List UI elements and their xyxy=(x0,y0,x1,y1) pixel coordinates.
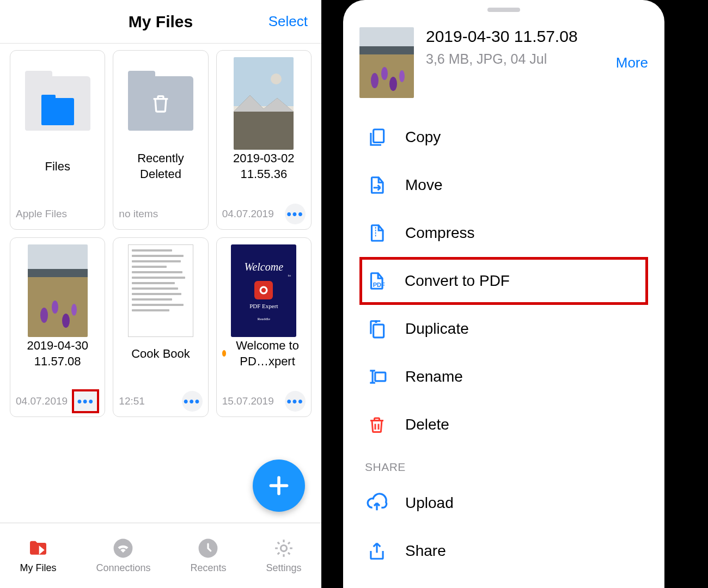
svg-point-17 xyxy=(280,545,286,551)
photo-thumbnail xyxy=(16,244,99,337)
sheet-header: 2019-04-30 11.57.08 3,6 MB, JPG, 04 Jul … xyxy=(343,16,664,113)
tab-myfiles[interactable]: My Files xyxy=(20,537,56,574)
card-title: Cook Book xyxy=(119,337,202,371)
action-label: Upload xyxy=(405,494,454,512)
action-label: Move xyxy=(405,176,442,194)
copy-icon xyxy=(365,125,389,149)
svg-point-10 xyxy=(62,314,70,328)
document-thumbnail xyxy=(119,244,202,337)
svg-rect-27 xyxy=(374,324,384,338)
svg-point-4 xyxy=(271,74,282,84)
trash-folder-icon xyxy=(119,57,202,150)
svg-point-15 xyxy=(114,539,133,558)
file-welcome-pdf[interactable]: Welcome to PDF Expert Readdle Welcome to… xyxy=(216,237,312,417)
file-photo-flowers[interactable]: 2019-04-30 11.57.08 04.07.2019 ••• xyxy=(10,237,105,417)
action-label: Rename xyxy=(405,368,463,385)
action-compress[interactable]: Compress xyxy=(343,209,664,257)
select-button[interactable]: Select xyxy=(268,13,308,30)
rename-icon xyxy=(365,365,389,389)
upload-icon xyxy=(365,491,389,515)
tab-label: Settings xyxy=(266,562,301,574)
card-sub: 04.07.2019 xyxy=(222,208,274,220)
folder-files[interactable]: Files Apple Files xyxy=(10,50,105,230)
action-copy[interactable]: Copy xyxy=(343,113,664,161)
tab-label: My Files xyxy=(20,562,56,574)
action-delete[interactable]: Delete xyxy=(343,401,664,449)
action-convert-pdf-highlighted[interactable]: PDF Convert to PDF xyxy=(359,257,648,305)
nav-bar: My Files Select xyxy=(0,0,321,44)
action-sheet: 2019-04-30 11.57.08 3,6 MB, JPG, 04 Jul … xyxy=(343,0,664,588)
tab-settings[interactable]: Settings xyxy=(266,537,301,574)
svg-rect-25 xyxy=(374,130,384,143)
svg-point-23 xyxy=(389,77,397,91)
duplicate-icon xyxy=(365,317,389,341)
svg-point-8 xyxy=(40,308,48,323)
svg-text:PDF: PDF xyxy=(373,281,385,288)
svg-point-11 xyxy=(71,304,77,316)
share-section-label: SHARE xyxy=(343,449,664,479)
wifi-icon xyxy=(112,537,134,559)
myfiles-icon xyxy=(27,537,49,559)
file-thumbnail xyxy=(359,27,414,98)
photo-thumbnail xyxy=(222,57,306,150)
file-title: 2019-04-30 11.57.08 xyxy=(426,27,604,46)
card-title: Files xyxy=(16,150,99,183)
folder-icon xyxy=(16,57,99,150)
tab-bar: My Files Connections Recents Settings xyxy=(0,523,321,588)
action-label: Delete xyxy=(405,416,449,433)
action-list: Copy Move Compress PDF Convert to PDF Du… xyxy=(343,113,664,575)
card-sub: no items xyxy=(119,208,158,220)
action-rename[interactable]: Rename xyxy=(343,353,664,401)
svg-rect-0 xyxy=(234,57,294,106)
svg-point-24 xyxy=(399,70,405,82)
file-photo-balloon[interactable]: 2019-03-02 11.55.36 04.07.2019 ••• xyxy=(216,50,312,230)
file-subtitle: 3,6 MB, JPG, 04 Jul xyxy=(426,51,604,67)
tab-label: Connections xyxy=(96,562,150,574)
card-title: Recently Deleted xyxy=(119,150,202,183)
file-grid: Files Apple Files Recently Deleted no it… xyxy=(0,44,321,523)
action-label: Compress xyxy=(405,224,475,242)
action-upload[interactable]: Upload xyxy=(343,479,664,527)
svg-point-21 xyxy=(371,73,379,88)
card-sub: 04.07.2019 xyxy=(16,395,68,407)
svg-rect-28 xyxy=(375,372,386,381)
card-title: 2019-03-02 11.55.36 xyxy=(222,150,306,183)
action-label: Copy xyxy=(405,128,441,146)
folder-deleted[interactable]: Recently Deleted no items xyxy=(113,50,208,230)
card-sub: 12:51 xyxy=(119,395,145,407)
card-title: Welcome to PD…xpert xyxy=(222,337,306,371)
tab-recents[interactable]: Recents xyxy=(190,537,226,574)
card-sub: Apple Files xyxy=(16,208,67,220)
svg-point-9 xyxy=(52,301,58,314)
action-label: Duplicate xyxy=(405,320,469,338)
more-button[interactable]: ••• xyxy=(285,204,306,224)
svg-point-22 xyxy=(381,67,388,80)
move-icon xyxy=(365,173,389,197)
card-title: 2019-04-30 11.57.08 xyxy=(16,337,99,371)
drag-handle[interactable] xyxy=(487,8,520,12)
svg-rect-5 xyxy=(28,244,88,269)
svg-point-13 xyxy=(261,287,266,292)
tab-label: Recents xyxy=(190,562,226,574)
svg-rect-18 xyxy=(359,27,414,46)
action-move[interactable]: Move xyxy=(343,161,664,209)
file-cookbook[interactable]: Cook Book 12:51 ••• xyxy=(113,237,208,417)
more-link[interactable]: More xyxy=(616,54,648,71)
add-button[interactable] xyxy=(253,460,305,512)
compress-icon xyxy=(365,221,389,245)
gear-icon xyxy=(273,537,295,559)
more-button[interactable]: ••• xyxy=(182,391,203,412)
tab-connections[interactable]: Connections xyxy=(96,537,150,574)
pdf-thumbnail: Welcome to PDF Expert Readdle xyxy=(222,244,306,337)
action-share[interactable]: Share xyxy=(343,527,664,575)
more-button-highlighted[interactable]: ••• xyxy=(72,389,99,413)
files-screen: My Files Select Files Apple Files Rece xyxy=(0,0,321,588)
share-icon xyxy=(365,539,389,563)
more-button[interactable]: ••• xyxy=(285,391,306,412)
action-duplicate[interactable]: Duplicate xyxy=(343,305,664,353)
page-title: My Files xyxy=(129,13,193,31)
clock-icon xyxy=(197,537,219,559)
card-sub: 15.07.2019 xyxy=(222,395,274,407)
trash-icon xyxy=(365,413,389,437)
pdf-icon: PDF xyxy=(364,269,388,293)
